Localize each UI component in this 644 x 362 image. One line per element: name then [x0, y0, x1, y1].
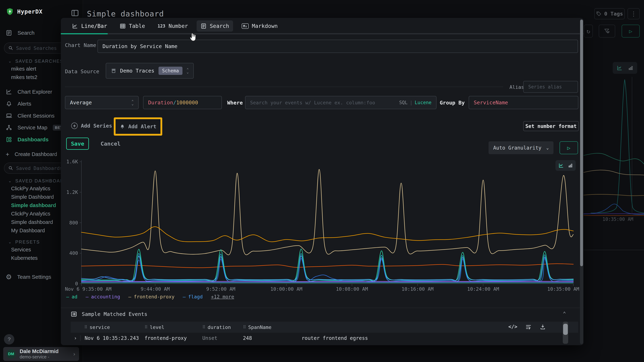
- series-unlabeled-1: [82, 227, 573, 242]
- event-list-icon: [71, 311, 77, 317]
- legend-item[interactable]: —flagd: [183, 294, 203, 300]
- user-menu[interactable]: DM Dale McDiarmid demo-service - ›: [3, 347, 79, 361]
- save-button[interactable]: Save: [66, 138, 89, 150]
- app-root: HyperDX Search ⌄ SAVED SEARCHES mikes al…: [0, 0, 644, 362]
- x-axis-labels: Nov 6 9:35:00 AM9:44:00 AM9:52:00 AM10:0…: [79, 286, 578, 293]
- legend-swatch: —: [183, 294, 186, 300]
- group-by-field[interactable]: ServiceName: [469, 96, 578, 109]
- series-accounting: [82, 281, 573, 282]
- expand-row-icon[interactable]: ›: [71, 335, 80, 341]
- table-header-row: ⠿Timestamp (Local)⠿service⠿level⠿duratio…: [71, 322, 578, 333]
- run-query-button[interactable]: ▷: [622, 25, 640, 37]
- granularity-select[interactable]: Auto Granularity ⌄: [488, 141, 554, 154]
- sql-mode-toggle[interactable]: SQL: [399, 100, 408, 105]
- background-chart-type-toggle[interactable]: [613, 62, 637, 74]
- modal-scrollbar-thumb[interactable]: [580, 20, 583, 266]
- where-label: Where: [227, 100, 243, 106]
- collapse-section-icon[interactable]: ⌃: [563, 311, 566, 317]
- plus-circle-icon: +: [71, 123, 78, 129]
- filter-button[interactable]: [599, 25, 615, 37]
- legend-item[interactable]: —ad: [66, 294, 78, 300]
- chart-name-input[interactable]: [102, 43, 573, 49]
- data-source-label: Data Source: [65, 68, 99, 74]
- alias-input[interactable]: [528, 84, 573, 90]
- legend-item[interactable]: —accounting: [86, 294, 120, 300]
- active-tab-underline: [61, 33, 108, 34]
- gear-icon: ⚙: [6, 273, 12, 281]
- legend-more-link[interactable]: +12 more: [211, 294, 234, 300]
- where-search-field[interactable]: SQL | Lucene: [245, 96, 436, 109]
- sidebar-item-client-sessions[interactable]: Client Sessions: [6, 112, 54, 120]
- sample-events-table: ⠿Timestamp (Local)⠿service⠿level⠿duratio…: [71, 322, 578, 345]
- drag-handle-icon[interactable]: ⠿: [202, 325, 206, 330]
- sidebar-item-service-map[interactable]: Service Map BETA: [6, 124, 67, 132]
- refresh-button[interactable]: ↻: [584, 25, 593, 37]
- column-header[interactable]: ⠿duration: [198, 325, 239, 330]
- y-axis-labels: 04008001.2K1.6K: [61, 159, 78, 286]
- column-header[interactable]: ⠿service: [80, 325, 140, 330]
- saved-searches-header[interactable]: ⌄ SAVED SEARCHES: [8, 59, 64, 64]
- sidebar-item-search[interactable]: Search: [6, 29, 34, 37]
- sidebar-collapse-icon[interactable]: [71, 9, 79, 17]
- set-number-format-button[interactable]: Set number format: [523, 121, 579, 131]
- markdown-icon: M↓: [242, 23, 249, 29]
- sample-events-header[interactable]: Sample Matched Events: [71, 311, 148, 317]
- series-frontend-proxy: [82, 169, 573, 255]
- search-icon: [8, 166, 13, 171]
- legend-item[interactable]: —frontend-proxy: [128, 294, 174, 300]
- code-icon[interactable]: </>: [508, 324, 517, 330]
- kebab-menu-button[interactable]: ⋮: [628, 8, 640, 19]
- bell-icon: [6, 101, 12, 107]
- filter-icon: [604, 28, 610, 34]
- column-header[interactable]: ⠿Timestamp (Local): [71, 325, 80, 330]
- run-chart-button[interactable]: ▷: [560, 141, 578, 154]
- chart-name-label: Chart Name: [65, 42, 96, 48]
- tags-button[interactable]: 0 Tags: [594, 8, 625, 19]
- where-search-input[interactable]: [250, 100, 397, 105]
- chart-type-toggle[interactable]: [556, 160, 576, 171]
- presets-header[interactable]: ⌄ PRESETS: [8, 239, 40, 245]
- sidebar-item-alerts[interactable]: Alerts: [6, 100, 31, 108]
- sidebar-item-chart-explorer[interactable]: Chart Explorer: [6, 88, 52, 96]
- drag-handle-icon[interactable]: ⠿: [243, 325, 246, 330]
- drag-handle-icon[interactable]: ⠿: [84, 325, 88, 330]
- column-header[interactable]: ⠿level: [140, 325, 198, 330]
- search-list-icon: [200, 23, 206, 29]
- drag-handle-icon[interactable]: ⠿: [144, 325, 148, 330]
- add-series-button[interactable]: + Add Series: [71, 123, 112, 129]
- tab-markdown[interactable]: M↓ Markdown: [238, 20, 282, 32]
- tab-search[interactable]: Search: [196, 20, 233, 32]
- table-row[interactable]: › Nov 6 10:35:23.243 AM frontend-proxy U…: [71, 344, 578, 345]
- table-row[interactable]: › Nov 6 10:35:23.243 AM frontend-proxy U…: [71, 333, 578, 344]
- cancel-button[interactable]: Cancel: [100, 138, 120, 150]
- series-unlabeled-3: [82, 253, 573, 282]
- sidebar-item-dashboards[interactable]: Dashboards: [6, 136, 48, 144]
- column-header[interactable]: ⠿SpanName: [239, 325, 298, 330]
- tab-table[interactable]: Table: [116, 20, 149, 32]
- sidebar-item-team-settings[interactable]: ⚙ Team Settings: [6, 273, 51, 281]
- data-source-select[interactable]: Demo Traces Schema ⌃⌄: [106, 63, 194, 79]
- chart-canvas[interactable]: [79, 159, 578, 286]
- expression-field[interactable]: Duration/1000000: [143, 96, 222, 109]
- add-alert-button[interactable]: Add Alert: [120, 124, 156, 130]
- lucene-mode-toggle[interactable]: Lucene: [415, 100, 432, 105]
- tag-icon: [596, 11, 602, 16]
- download-icon[interactable]: [540, 324, 546, 330]
- search-icon: [8, 46, 13, 51]
- table-scrollbar-thumb[interactable]: [563, 324, 568, 335]
- help-button[interactable]: ?: [4, 334, 14, 345]
- user-name: Dale McDiarmid: [20, 349, 59, 354]
- dashboards-icon: [6, 136, 12, 143]
- create-dashboard-button[interactable]: + Create Dashboard: [6, 150, 57, 158]
- aggregation-select[interactable]: Average ⌃⌄: [65, 96, 139, 109]
- wrap-text-icon[interactable]: [525, 324, 532, 330]
- tab-number[interactable]: 123 Number: [154, 20, 192, 32]
- avatar: DM: [6, 349, 16, 359]
- legend-swatch: —: [128, 294, 131, 300]
- page-title: Simple dashboard: [87, 9, 164, 18]
- chart-name-field[interactable]: [98, 40, 578, 53]
- tab-line-bar[interactable]: Line/Bar: [68, 20, 111, 32]
- brand[interactable]: HyperDX: [6, 8, 42, 15]
- alias-field[interactable]: [523, 81, 578, 93]
- series-divider: [65, 87, 503, 87]
